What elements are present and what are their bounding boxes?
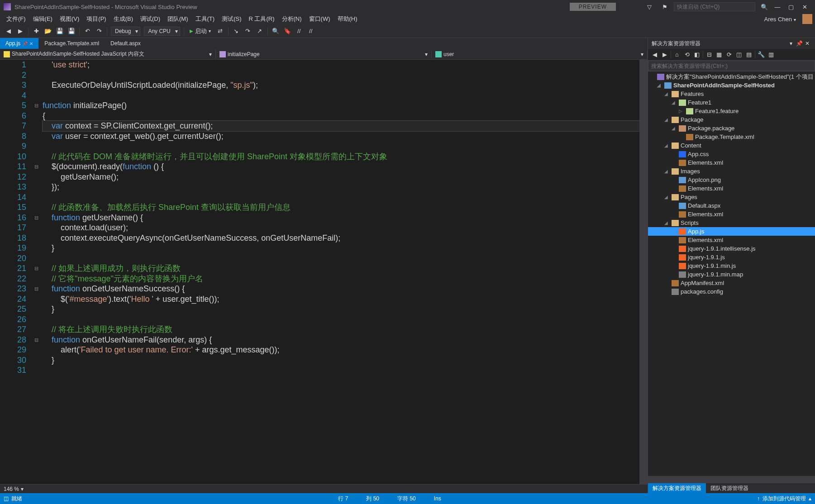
tree-item[interactable]: Default.aspx — [648, 201, 815, 210]
tree-item[interactable]: Elements.xml — [648, 236, 815, 244]
step-over-icon[interactable]: ↷ — [243, 26, 253, 37]
tree-item[interactable]: ◢Images — [648, 167, 815, 176]
properties-icon[interactable]: ▤ — [744, 50, 754, 60]
menu-item[interactable]: R 工具(R) — [245, 14, 278, 24]
maximize-button[interactable]: ▢ — [784, 1, 798, 12]
wrench-icon[interactable]: 🔧 — [756, 50, 766, 60]
fold-gutter[interactable]: ⊟⊟⊟⊟⊟⊟ — [32, 60, 41, 484]
open-file-button[interactable]: 📂 — [43, 26, 53, 37]
editor-tab[interactable]: App.js📌✕ — [0, 38, 39, 49]
menu-item[interactable]: 编辑(E) — [29, 14, 56, 24]
nav-field-dropdown[interactable]: user — [432, 50, 648, 58]
view-icon[interactable]: ▥ — [766, 50, 776, 60]
tree-item[interactable]: Package.Template.xml — [648, 133, 815, 141]
user-avatar-icon[interactable] — [802, 14, 812, 24]
menu-item[interactable]: 窗口(W) — [305, 14, 334, 24]
status-source-control[interactable]: ↑ 添加到源代码管理 ▴ — [757, 495, 811, 503]
menu-item[interactable]: 视图(V) — [56, 14, 83, 24]
search-icon[interactable]: 🔍 — [759, 1, 770, 12]
tree-item[interactable]: AppIcon.png — [648, 176, 815, 184]
editor-vertical-scrollbar[interactable] — [639, 60, 648, 484]
tree-item[interactable]: ◢Pages — [648, 193, 815, 201]
panel-tab[interactable]: 解决方案资源管理器 — [648, 483, 706, 493]
code-content[interactable]: 'use strict'; ExecuteOrDelayUntilScriptL… — [41, 60, 639, 484]
tree-item[interactable]: ◢Features — [648, 90, 815, 98]
tree-item[interactable]: 解决方案"SharePointAddInSample-SelfHosted"(1… — [648, 72, 815, 81]
tree-item[interactable]: ▷Feature1.feature — [648, 107, 815, 115]
solution-search-input[interactable] — [648, 61, 815, 71]
panel-close-icon[interactable]: ✕ — [803, 40, 811, 47]
menu-item[interactable]: 项目(P) — [83, 14, 110, 24]
menu-item[interactable]: 帮助(H) — [334, 14, 361, 24]
panel-pin-icon[interactable]: 📌 — [795, 40, 803, 47]
step-into-icon[interactable]: ↘ — [231, 26, 242, 37]
refresh-icon[interactable]: ⟳ — [724, 50, 734, 60]
user-name[interactable]: Ares Chen▾ — [760, 16, 801, 23]
tree-item[interactable]: ◢Package.package — [648, 124, 815, 133]
nav-scope-dropdown[interactable]: SharePointAddInSample-SelfHosted JavaScr… — [0, 49, 216, 59]
save-button[interactable]: 💾 — [54, 26, 65, 37]
undo-button[interactable]: ↶ — [82, 26, 93, 37]
zoom-dropdown[interactable]: 146 % — [0, 484, 648, 493]
step-out-icon[interactable]: ↗ — [254, 26, 265, 37]
tree-item[interactable]: Elements.xml — [648, 184, 815, 193]
show-all-icon[interactable]: ▦ — [714, 50, 724, 60]
forward-icon[interactable]: ▶ — [660, 50, 670, 60]
start-button[interactable]: 启动▾ — [186, 26, 214, 36]
quick-launch-input[interactable] — [674, 2, 755, 11]
tree-item[interactable]: ◢Feature1 — [648, 98, 815, 107]
tree-item[interactable]: ◢SharePointAddInSample-SelfHosted — [648, 81, 815, 90]
menu-item[interactable]: 生成(B) — [110, 14, 137, 24]
sync-icon[interactable]: ⟲ — [682, 50, 692, 60]
tree-item[interactable]: packages.config — [648, 287, 815, 296]
code-editor[interactable]: 1234567891011121314151617181920212223242… — [0, 60, 648, 484]
panel-horizontal-scrollbar[interactable] — [648, 476, 815, 483]
function-icon — [219, 51, 226, 57]
comment-icon[interactable]: // — [294, 26, 305, 37]
tree-item[interactable]: Elements.xml — [648, 158, 815, 167]
tree-item[interactable]: jquery-1.9.1.min.map — [648, 270, 815, 279]
feedback-icon[interactable]: ▽ — [644, 1, 655, 12]
menu-item[interactable]: 分析(N) — [278, 14, 305, 24]
menu-item[interactable]: 工具(T) — [192, 14, 219, 24]
menu-item[interactable]: 调试(D) — [137, 14, 164, 24]
tree-item[interactable]: jquery-1.9.1.js — [648, 253, 815, 262]
bookmark-icon[interactable]: 🔖 — [282, 26, 293, 37]
redo-button[interactable]: ↷ — [94, 26, 105, 37]
close-button[interactable]: ✕ — [798, 1, 811, 12]
nav-member-dropdown[interactable]: initializePage — [216, 50, 432, 58]
collapse-all-icon[interactable]: ⊟ — [704, 50, 714, 60]
tree-item[interactable]: AppManifest.xml — [648, 279, 815, 287]
preview-icon[interactable]: ◫ — [734, 50, 744, 60]
tree-item[interactable]: jquery-1.9.1.min.js — [648, 262, 815, 270]
tree-item[interactable]: Elements.xml — [648, 210, 815, 219]
panel-tab[interactable]: 团队资源管理器 — [706, 483, 753, 493]
tree-item[interactable]: ◢Content — [648, 141, 815, 150]
back-icon[interactable]: ◀ — [650, 50, 660, 60]
notifications-icon[interactable]: ⚑ — [659, 1, 670, 12]
new-project-button[interactable]: ✚ — [31, 26, 42, 37]
tree-item[interactable]: jquery-1.9.1.intellisense.js — [648, 244, 815, 253]
menu-item[interactable]: 文件(F) — [3, 14, 29, 24]
uncomment-icon[interactable]: // — [305, 26, 316, 37]
tree-item[interactable]: App.js — [648, 227, 815, 236]
nav-forward-button[interactable]: ▶ — [15, 26, 26, 37]
pending-changes-icon[interactable]: ◧ — [692, 50, 702, 60]
tree-item[interactable]: App.css — [648, 150, 815, 158]
solution-tree[interactable]: 解决方案"SharePointAddInSample-SelfHosted"(1… — [648, 71, 815, 476]
menu-item[interactable]: 测试(S) — [218, 14, 245, 24]
home-icon[interactable]: ⌂ — [672, 50, 682, 60]
nav-back-button[interactable]: ◀ — [3, 26, 14, 37]
config-dropdown[interactable]: Debug — [111, 27, 140, 36]
find-icon[interactable]: 🔍 — [270, 26, 281, 37]
panel-menu-icon[interactable]: ▾ — [787, 40, 795, 47]
save-all-button[interactable]: 💾 — [66, 26, 77, 37]
platform-dropdown[interactable]: Any CPU — [144, 27, 180, 36]
editor-tab[interactable]: Default.aspx — [105, 38, 147, 49]
tree-item[interactable]: ◢Package — [648, 115, 815, 124]
menu-item[interactable]: 团队(M) — [164, 14, 192, 24]
editor-tab[interactable]: Package.Template.xml — [39, 38, 105, 49]
tree-item[interactable]: ◢Scripts — [648, 219, 815, 227]
browser-link-icon[interactable]: ⇄ — [215, 26, 226, 37]
minimize-button[interactable]: — — [771, 1, 784, 12]
